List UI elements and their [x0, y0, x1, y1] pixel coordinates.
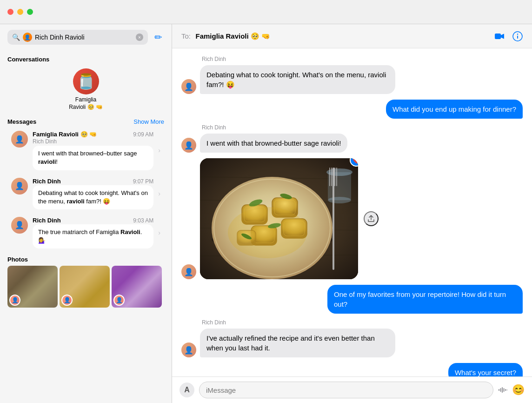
- svg-point-29: [328, 197, 351, 203]
- avatar: 👤: [181, 264, 196, 279]
- food-photo[interactable]: ❤️: [200, 158, 358, 279]
- messages-header: Messages Show More: [0, 114, 172, 127]
- svg-rect-0: [495, 34, 501, 39]
- photos-section-title: Photos: [7, 256, 164, 263]
- chevron-right-icon: ›: [158, 147, 160, 154]
- message-bubble: One of my favorites from your repertoire…: [327, 285, 523, 314]
- chat-messages: Rich Dinh 👤 Debating what to cook tonigh…: [172, 48, 532, 376]
- message-meta: Rich Dinh 9:03 AM: [33, 217, 153, 224]
- list-item[interactable]: 👤 Rich Dinh 9:07 PM Debating what to coo…: [4, 174, 168, 213]
- sender-name: Rich Dinh: [202, 319, 523, 326]
- svg-point-3: [517, 34, 518, 34]
- photos-grid: 👤 👤 👤: [7, 266, 164, 308]
- window-close-button[interactable]: [7, 9, 13, 15]
- message-result-content: Rich Dinh 9:07 PM Debating what to cook …: [33, 178, 153, 209]
- message-preview: The true matriarch of Famiglia Ravioli. …: [33, 224, 153, 249]
- message-group-name: Rich Dinh: [33, 217, 61, 224]
- message-group: Rich Dinh 👤 I went with that browned-but…: [181, 124, 523, 153]
- message-row: 👤 I've actually refined the recipe and i…: [181, 329, 523, 357]
- conversations-section-title: Conversations: [0, 52, 172, 65]
- ravioli-image: [200, 158, 358, 279]
- message-input[interactable]: [199, 382, 493, 398]
- photo-sender-avatar: 👤: [9, 295, 20, 306]
- image-message: ❤️: [200, 158, 358, 279]
- message-time: 9:07 PM: [133, 178, 154, 185]
- conversation-avatar: 🫙: [73, 68, 99, 94]
- message-bubble: I've actually refined the recipe and it'…: [200, 329, 395, 357]
- chevron-right-icon: ›: [158, 190, 160, 197]
- message-row: 👤 Debating what to cook tonight. What's …: [181, 65, 523, 94]
- message-bubble: Debating what to cook tonight. What's on…: [200, 65, 395, 94]
- svg-rect-30: [332, 168, 334, 270]
- sender-name: Rich Dinh: [202, 56, 523, 62]
- message-group: Rich Dinh 👤 I've actually refined the re…: [181, 319, 523, 357]
- conversations-list: 🫙 FamigliaRavioli 🥺 🤜: [0, 65, 172, 114]
- chat-input-area: A 😊: [172, 376, 532, 403]
- message-group-name: Famiglia Ravioli 🥺 🤜: [33, 131, 97, 138]
- window-controls: [7, 9, 33, 15]
- message-bubble: I went with that browned-butter sage rav…: [200, 134, 347, 153]
- search-icon: 🔍: [12, 34, 20, 41]
- window-minimize-button[interactable]: [17, 9, 23, 15]
- title-bar: [0, 0, 532, 24]
- message-result-content: Famiglia Ravioli 🥺 🤜 9:09 AM Rich Dinh I…: [33, 131, 153, 170]
- show-more-button[interactable]: Show More: [133, 118, 164, 125]
- message-time: 9:03 AM: [133, 217, 153, 224]
- share-button[interactable]: [364, 211, 379, 226]
- avatar: 👤: [181, 79, 196, 94]
- svg-rect-40: [506, 390, 507, 390]
- avatar: 👤: [11, 131, 28, 148]
- message-meta: Famiglia Ravioli 🥺 🤜 9:09 AM: [33, 131, 153, 138]
- list-item[interactable]: 👤 Rich Dinh 9:03 AM The true matriarch o…: [4, 213, 168, 252]
- avatar: 👤: [181, 343, 196, 357]
- info-icon: [512, 31, 523, 41]
- svg-rect-34: [336, 168, 337, 186]
- sidebar-header: 🔍 👤 Rich Dinh Ravioli × ✏: [0, 24, 172, 48]
- messages-section-title: Messages: [7, 118, 36, 125]
- message-row: What's your secret?: [181, 363, 523, 376]
- conversation-name: FamigliaRavioli 🥺 🤜: [69, 96, 103, 111]
- message-result-content: Rich Dinh 9:03 AM The true matriarch of …: [33, 217, 153, 249]
- message-row: One of my favorites from your repertoire…: [181, 285, 523, 314]
- emoji-button[interactable]: 😊: [512, 384, 525, 396]
- message-time: 9:09 AM: [133, 131, 153, 138]
- main-layout: 🔍 👤 Rich Dinh Ravioli × ✏ Conversations …: [0, 24, 532, 403]
- svg-rect-39: [505, 389, 506, 391]
- conversation-item[interactable]: 🫙 FamigliaRavioli 🥺 🤜: [7, 68, 164, 111]
- message-row: 👤: [181, 158, 523, 279]
- photo-thumbnail[interactable]: 👤: [112, 266, 162, 308]
- message-row: What did you end up making for dinner?: [181, 100, 523, 119]
- photo-thumbnail[interactable]: 👤: [7, 266, 58, 308]
- chat-title: To: Famiglia Ravioli 🥺 🤜: [181, 32, 270, 40]
- audio-record-button[interactable]: [498, 385, 507, 395]
- chevron-right-icon: ›: [158, 229, 160, 236]
- video-call-button[interactable]: [495, 33, 505, 40]
- search-clear-button[interactable]: ×: [136, 34, 143, 41]
- photo-sender-avatar: 👤: [113, 295, 125, 306]
- message-preview: I went with that browned–butter sage rav…: [33, 146, 153, 170]
- search-contact-avatar: 👤: [23, 33, 32, 42]
- chat-group-name: Famiglia Ravioli 🥺 🤜: [195, 32, 270, 40]
- svg-rect-31: [329, 168, 330, 186]
- svg-rect-2: [517, 35, 518, 39]
- sidebar-content: Conversations 🫙 FamigliaRavioli 🥺 🤜 Mess…: [0, 48, 172, 403]
- sender-name: Rich Dinh: [202, 124, 523, 131]
- chat-header: To: Famiglia Ravioli 🥺 🤜: [172, 24, 532, 48]
- avatar: 👤: [11, 178, 28, 195]
- message-bubble: What's your secret?: [448, 363, 523, 376]
- message-preview: Debating what to cook tonight. What's on…: [33, 185, 153, 209]
- message-row: 👤 I went with that browned-butter sage r…: [181, 134, 523, 153]
- window-maximize-button[interactable]: [27, 9, 33, 15]
- list-item[interactable]: 👤 Famiglia Ravioli 🥺 🤜 9:09 AM Rich Dinh…: [4, 127, 168, 174]
- app-picker-button[interactable]: A: [180, 383, 194, 397]
- svg-point-22: [228, 207, 307, 258]
- photo-thumbnail[interactable]: 👤: [60, 266, 110, 308]
- image-inner: ❤️: [200, 158, 358, 279]
- audio-waveform-icon: [498, 385, 507, 395]
- avatar: 👤: [11, 217, 28, 234]
- info-button[interactable]: [512, 31, 523, 41]
- message-group-name: Rich Dinh: [33, 178, 61, 185]
- message-sender: Rich Dinh: [33, 138, 153, 145]
- compose-button[interactable]: ✏: [153, 30, 164, 45]
- search-bar[interactable]: 🔍 👤 Rich Dinh Ravioli ×: [7, 30, 148, 45]
